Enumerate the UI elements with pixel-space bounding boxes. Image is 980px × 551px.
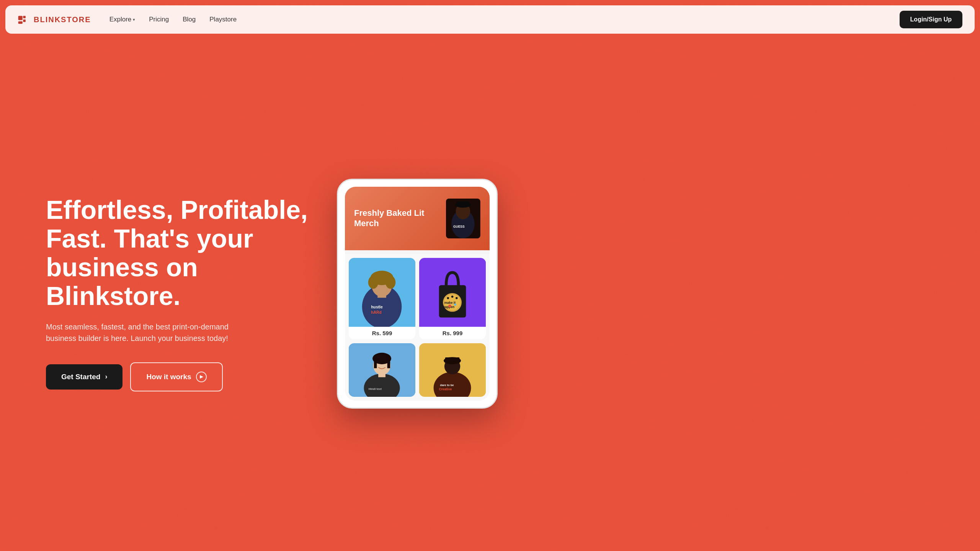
svg-rect-2: [23, 20, 25, 22]
nav-links: Explore ▾ Pricing Blog Playstore: [109, 16, 237, 23]
phone-inner: Freshly Baked Lit Merch GUESS: [345, 187, 490, 401]
svg-rect-3: [18, 21, 23, 24]
product-price-2: Rs. 999: [419, 327, 486, 339]
nav-item-explore[interactable]: Explore ▾: [109, 16, 136, 23]
product-person-3: Hindi text: [349, 343, 415, 397]
svg-rect-0: [18, 16, 23, 20]
navbar: BLINKSTORE Explore ▾ Pricing Blog: [5, 5, 975, 34]
svg-rect-1: [23, 16, 25, 18]
svg-text:GUESS: GUESS: [453, 224, 465, 228]
navbar-left: BLINKSTORE Explore ▾ Pricing Blog: [18, 13, 237, 26]
nav-item-playstore[interactable]: Playstore: [209, 16, 237, 23]
svg-point-16: [385, 276, 395, 289]
product-price-1: Rs. 599: [349, 327, 415, 339]
login-signup-button[interactable]: Login/Sign Up: [900, 11, 962, 28]
phone-frame: Freshly Baked Lit Merch GUESS: [337, 179, 498, 409]
svg-point-25: [451, 295, 454, 298]
svg-rect-44: [445, 357, 460, 363]
product-grid: hustle hARd Rs. 599: [345, 254, 490, 401]
product-image-3: Hindi text: [349, 343, 415, 397]
nav-link-pricing[interactable]: Pricing: [149, 16, 169, 23]
how-it-works-button[interactable]: How it works ▶: [130, 362, 222, 391]
chevron-down-icon: ▾: [133, 17, 135, 22]
nav-link-playstore[interactable]: Playstore: [209, 16, 237, 23]
product-card-3: Hindi text: [349, 343, 415, 397]
svg-text:dare to be: dare to be: [440, 383, 454, 387]
svg-text:Creative: Creative: [439, 387, 452, 391]
product-card-2: make it happen Rs. 999: [419, 258, 486, 339]
svg-point-15: [368, 276, 378, 289]
banner-person-image: GUESS: [446, 197, 480, 240]
svg-text:hARd: hARd: [371, 310, 382, 315]
banner-text: Freshly Baked Lit Merch: [354, 208, 446, 228]
product-card-1: hustle hARd Rs. 599: [349, 258, 415, 339]
arrow-right-icon: ›: [105, 373, 107, 381]
product-tote-2: make it happen: [419, 258, 486, 327]
nav-item-blog[interactable]: Blog: [183, 16, 196, 23]
hero-title: Effortless, Profitable, Fast. That's you…: [46, 196, 314, 310]
svg-point-23: [447, 297, 449, 299]
svg-rect-37: [387, 357, 390, 368]
phone-banner: Freshly Baked Lit Merch GUESS: [345, 187, 490, 250]
svg-point-28: [448, 304, 451, 307]
svg-text:Hindi text: Hindi text: [369, 387, 382, 390]
play-icon: ▶: [196, 372, 207, 382]
svg-point-29: [454, 303, 456, 306]
product-image-4: dare to be Creative: [419, 343, 486, 397]
logo[interactable]: BLINKSTORE: [18, 13, 91, 26]
svg-text:hustle: hustle: [371, 305, 383, 309]
svg-text:make it: make it: [444, 301, 456, 305]
hero-section: Effortless, Profitable, Fast. That's you…: [0, 34, 980, 546]
nav-item-pricing[interactable]: Pricing: [149, 16, 169, 23]
nav-link-explore[interactable]: Explore ▾: [109, 16, 136, 23]
product-card-4: dare to be Creative: [419, 343, 486, 397]
svg-rect-36: [374, 357, 377, 368]
phone-mockup: Freshly Baked Lit Merch GUESS: [337, 179, 498, 409]
nav-link-blog[interactable]: Blog: [183, 16, 196, 23]
product-image-2: make it happen: [419, 258, 486, 327]
product-person-1: hustle hARd: [349, 258, 415, 327]
logo-text: BLINKSTORE: [34, 15, 91, 24]
product-image-1: hustle hARd: [349, 258, 415, 327]
svg-point-24: [456, 297, 458, 299]
hero-subtitle: Most seamless, fastest, and the best pri…: [46, 321, 237, 344]
get-started-button[interactable]: Get Started ›: [46, 364, 122, 390]
product-person-4: dare to be Creative: [419, 343, 486, 397]
svg-rect-8: [457, 201, 469, 206]
hero-buttons: Get Started › How it works ▶: [46, 362, 314, 391]
logo-icon: [18, 13, 30, 26]
hero-content: Effortless, Profitable, Fast. That's you…: [46, 196, 314, 391]
